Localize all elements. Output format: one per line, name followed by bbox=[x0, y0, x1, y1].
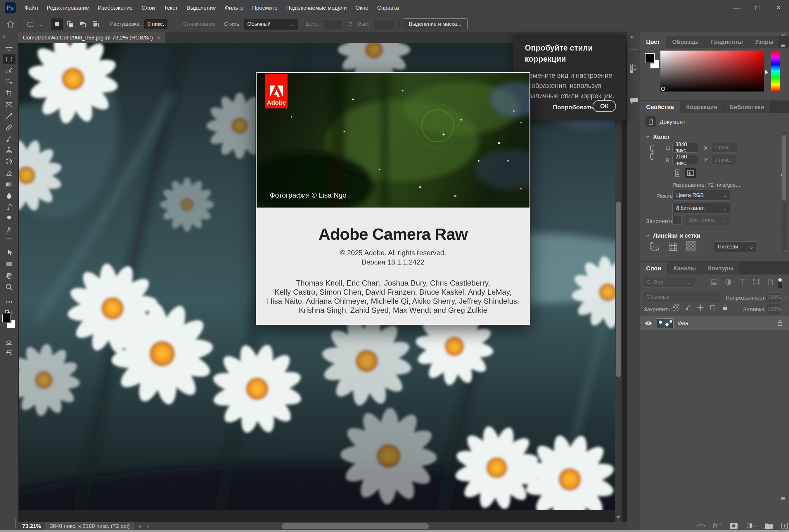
properties-scrollbar[interactable] bbox=[782, 132, 787, 254]
panel-menu-icon[interactable]: ≡ bbox=[781, 41, 785, 50]
link-dimensions-icon[interactable] bbox=[649, 144, 655, 162]
layer-lock-icon[interactable] bbox=[776, 319, 784, 327]
canvas-section-header[interactable]: Холст bbox=[653, 134, 670, 140]
tool-preset[interactable]: ⌄ bbox=[25, 20, 45, 28]
add-mask-icon[interactable] bbox=[729, 522, 738, 529]
scroll-more-icon[interactable]: ⌄ bbox=[783, 248, 788, 252]
frame-tool[interactable] bbox=[3, 99, 16, 110]
history-brush-tool[interactable] bbox=[3, 156, 16, 167]
foreground-color-swatch[interactable] bbox=[645, 53, 655, 63]
tab-paths[interactable]: Контуры bbox=[702, 262, 740, 274]
fill-color-swatch[interactable] bbox=[672, 215, 682, 225]
minimize-button[interactable]: — bbox=[726, 0, 747, 16]
color-picker-ring[interactable] bbox=[661, 87, 665, 91]
collapse-section-icon[interactable]: ⌄ bbox=[645, 233, 650, 236]
bit-depth-select[interactable]: 8 бит/канал⌄ bbox=[672, 203, 731, 213]
status-expand-icon[interactable]: › bbox=[139, 522, 141, 530]
layer-row-background[interactable]: Фон bbox=[640, 316, 789, 330]
filter-shape-icon[interactable] bbox=[752, 278, 760, 286]
smudge-tool[interactable] bbox=[3, 202, 16, 212]
style-select[interactable]: Обычный⌄ bbox=[244, 19, 298, 30]
type-tool[interactable] bbox=[3, 236, 16, 247]
portrait-orientation-button[interactable] bbox=[672, 168, 683, 178]
tab-libraries[interactable]: Библиотеки bbox=[724, 101, 770, 113]
smoothing-checkbox[interactable]: Сглаживание bbox=[175, 21, 216, 27]
menu-edit[interactable]: Редактирование bbox=[42, 0, 94, 16]
lock-artboard-icon[interactable] bbox=[709, 304, 716, 311]
home-icon[interactable] bbox=[5, 18, 16, 30]
toolbar-collapse-icon[interactable]: » bbox=[2, 33, 5, 39]
canvas-height-input[interactable]: 2160 пикс. bbox=[672, 155, 698, 165]
layer-visibility-eye-icon[interactable] bbox=[644, 320, 653, 327]
menu-filter[interactable]: Фильтр bbox=[220, 0, 248, 16]
units-select[interactable]: Пиксели⌄ bbox=[714, 242, 758, 252]
filter-smart-object-icon[interactable] bbox=[767, 278, 774, 286]
close-button[interactable]: ✕ bbox=[768, 0, 789, 16]
saturation-field[interactable] bbox=[660, 51, 764, 92]
scroll-down-arrow-icon[interactable] bbox=[616, 516, 620, 518]
dodge-tool[interactable] bbox=[3, 213, 16, 224]
menu-help[interactable]: Справка bbox=[373, 0, 404, 16]
tab-channels[interactable]: Каналы bbox=[668, 262, 702, 274]
menu-select[interactable]: Выделение bbox=[182, 0, 220, 16]
lock-pixels-icon[interactable] bbox=[685, 304, 692, 311]
horizontal-scrollbar-thumb[interactable] bbox=[282, 523, 429, 529]
pen-tool[interactable] bbox=[3, 225, 16, 235]
quick-mask-icon[interactable] bbox=[3, 337, 16, 347]
zoom-level[interactable]: 73.21% bbox=[22, 523, 41, 529]
tab-gradients[interactable]: Градиенты bbox=[705, 36, 749, 48]
hue-strip[interactable] bbox=[771, 51, 780, 92]
document-tab[interactable]: CompDeskWalCol-2968_058.jpg @ 73,2% (RGB… bbox=[18, 32, 166, 43]
menu-image[interactable]: Изображение bbox=[93, 0, 137, 16]
tab-layers[interactable]: Слои bbox=[640, 262, 668, 274]
new-layer-icon[interactable] bbox=[781, 522, 788, 530]
scroll-left-icon[interactable]: ‹ bbox=[147, 522, 149, 530]
subtract-selection-mode[interactable] bbox=[77, 18, 89, 30]
panel-menu-icon[interactable]: ≡ bbox=[781, 494, 785, 503]
new-group-icon[interactable] bbox=[765, 522, 773, 529]
maximize-button[interactable]: □ bbox=[747, 0, 768, 16]
try-button[interactable]: Попробовать bbox=[553, 104, 594, 111]
gradient-tool[interactable] bbox=[3, 179, 16, 190]
rulers-grids-header[interactable]: Линейки и сетки bbox=[653, 232, 700, 239]
tab-properties[interactable]: Свойства bbox=[640, 101, 680, 113]
canvas-width-input[interactable]: 3840 пикс. bbox=[672, 142, 698, 153]
ok-button[interactable]: ОК bbox=[593, 100, 616, 112]
menu-file[interactable]: Файл bbox=[20, 0, 42, 16]
tab-patterns[interactable]: Узоры bbox=[749, 36, 780, 48]
rulers-icon[interactable] bbox=[649, 242, 659, 252]
new-selection-mode[interactable] bbox=[52, 18, 63, 30]
properties-scrollbar-thumb[interactable] bbox=[782, 135, 786, 201]
edit-toolbar-icon[interactable] bbox=[3, 297, 16, 307]
version-history-icon[interactable] bbox=[630, 63, 638, 73]
hand-tool[interactable] bbox=[3, 270, 16, 281]
toolbar-bottom-button[interactable] bbox=[3, 518, 16, 529]
zoom-tool[interactable] bbox=[3, 282, 16, 292]
add-selection-mode[interactable] bbox=[64, 18, 76, 30]
move-tool[interactable] bbox=[3, 42, 16, 53]
color-mode-select[interactable]: Цвета RGB⌄ bbox=[672, 190, 731, 201]
selection-brush-tool[interactable] bbox=[3, 65, 16, 76]
foreground-background-swatches[interactable] bbox=[2, 314, 16, 330]
layer-filter-select[interactable]: Вид ⌄ bbox=[642, 277, 695, 288]
filter-type-icon[interactable] bbox=[738, 278, 746, 286]
landscape-orientation-button[interactable] bbox=[685, 168, 696, 178]
eyedropper-tool[interactable] bbox=[3, 111, 16, 121]
select-and-mask-button[interactable]: Выделение и маска... bbox=[403, 18, 467, 30]
color-swatch-pair[interactable] bbox=[645, 53, 661, 70]
menu-window[interactable]: Окно bbox=[351, 0, 373, 16]
path-selection-tool[interactable] bbox=[3, 248, 16, 258]
eraser-tool[interactable] bbox=[3, 168, 16, 178]
tab-adjustments[interactable]: Коррекция bbox=[680, 101, 724, 113]
object-selection-tool[interactable] bbox=[3, 77, 16, 87]
rectangle-tool[interactable] bbox=[3, 259, 16, 269]
intersect-selection-mode[interactable] bbox=[90, 18, 102, 30]
collapse-section-icon[interactable]: ⌄ bbox=[645, 134, 650, 137]
feather-input[interactable]: 0 пикс. bbox=[145, 19, 168, 29]
menu-plugins[interactable]: Подключаемые модули bbox=[282, 0, 351, 16]
brush-tool[interactable] bbox=[3, 134, 16, 144]
filter-adjustment-icon[interactable] bbox=[725, 278, 732, 286]
menu-layers[interactable]: Слои bbox=[137, 0, 159, 16]
blur-tool[interactable] bbox=[3, 191, 16, 201]
layer-name[interactable]: Фон bbox=[678, 320, 688, 326]
